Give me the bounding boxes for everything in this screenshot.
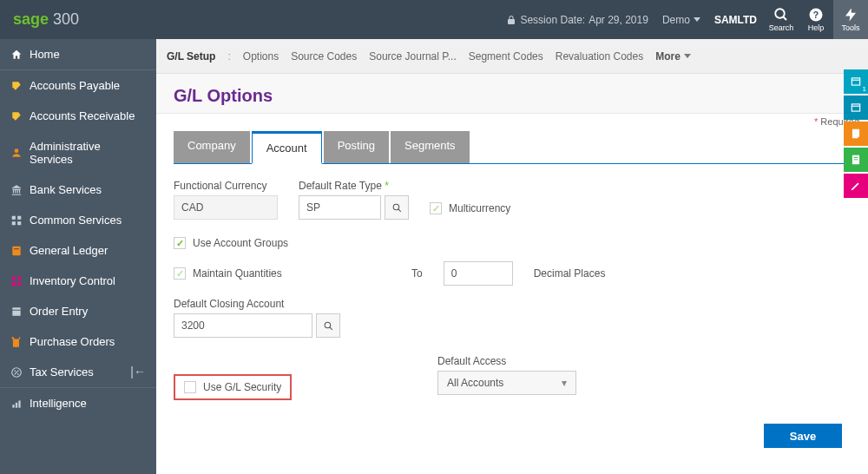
window-icon-2 (850, 102, 862, 114)
side-tabs: 1 (844, 69, 868, 198)
sidebar-item-admin[interactable]: Administrative Services (0, 131, 156, 174)
decimal-places-label: Decimal Places (534, 267, 606, 280)
page-title: G/L Options (174, 86, 851, 106)
window-icon (850, 76, 862, 88)
to-field[interactable] (444, 261, 513, 286)
tabs: Company Account Posting Segments (174, 131, 851, 164)
use-gl-security-label: Use G/L Security (203, 381, 281, 393)
svg-point-24 (393, 204, 399, 210)
company-menu[interactable]: Demo (655, 14, 707, 26)
tab-segments[interactable]: Segments (391, 131, 470, 163)
inventory-icon (10, 275, 23, 287)
sidebar-item-label: Accounts Receivable (30, 109, 135, 122)
company-code[interactable]: SAMLTD (707, 14, 764, 26)
page-header: G/L Options * Required (156, 74, 868, 114)
sidebar-item-ar[interactable]: Accounts Receivable (0, 101, 156, 131)
svg-point-12 (14, 370, 16, 372)
breadcrumb-source-journal[interactable]: Source Journal P... (369, 50, 457, 63)
svg-rect-6 (17, 215, 21, 219)
main: G/L Setup : Options Source Codes Source … (156, 39, 868, 474)
sidebar-item-bank[interactable]: Bank Services (0, 174, 156, 205)
sidebar-collapse-button[interactable]: |← (130, 365, 146, 379)
caret-down-icon (684, 54, 691, 58)
svg-rect-10 (14, 248, 19, 249)
tab-posting[interactable]: Posting (324, 131, 389, 163)
note-icon (850, 128, 862, 140)
use-account-groups-checkbox[interactable] (174, 237, 186, 249)
svg-line-25 (398, 208, 400, 211)
common-icon (10, 214, 23, 227)
svg-rect-23 (854, 159, 858, 160)
sidebar-item-po[interactable]: Purchase Orders (0, 326, 156, 357)
default-closing-account-finder[interactable] (316, 313, 340, 338)
search-label: Search (769, 23, 794, 32)
search-icon (323, 320, 334, 332)
use-gl-security-checkbox[interactable] (184, 381, 196, 393)
svg-line-1 (783, 16, 786, 20)
sidebar-item-ap[interactable]: Accounts Payable (0, 70, 156, 101)
breadcrumb-segment-codes[interactable]: Segment Codes (469, 50, 543, 63)
sidebar-item-label: Accounts Payable (30, 79, 120, 92)
help-label: Help (808, 23, 825, 32)
to-label: To (411, 267, 423, 280)
breadcrumb-revaluation[interactable]: Revaluation Codes (556, 50, 643, 63)
tools-button[interactable]: Tools (833, 0, 868, 39)
intelligence-icon (10, 398, 23, 410)
side-tab-badge: 1 (863, 85, 866, 93)
help-button[interactable]: ? Help (799, 0, 833, 39)
side-tab-3[interactable] (844, 122, 868, 146)
breadcrumb-source-codes[interactable]: Source Codes (291, 50, 357, 63)
sidebar-item-label: Intelligence (30, 397, 87, 410)
logo-sage: sage (13, 10, 49, 28)
breadcrumb-more[interactable]: More (655, 50, 691, 63)
side-tab-1[interactable]: 1 (844, 69, 868, 94)
sidebar-item-label: Order Entry (30, 305, 88, 318)
svg-rect-5 (12, 215, 16, 219)
side-tab-5[interactable] (844, 174, 868, 198)
session-label: Session Date: (520, 14, 585, 26)
default-access-dropdown[interactable]: All Accounts ▾ (437, 371, 576, 395)
default-closing-account-field[interactable] (174, 313, 312, 338)
side-tab-4[interactable] (844, 148, 868, 172)
svg-point-13 (17, 372, 19, 374)
maintain-quantities-checkbox (174, 267, 186, 280)
tab-account[interactable]: Account (252, 131, 322, 164)
side-tab-2[interactable] (844, 95, 868, 120)
logo[interactable]: sage 300 (0, 10, 92, 29)
help-icon: ? (808, 7, 824, 23)
purchase-icon (10, 336, 23, 348)
svg-line-27 (329, 326, 332, 329)
content: Company Account Posting Segments Functio… (156, 114, 868, 400)
lock-icon (506, 15, 516, 25)
sidebar-home[interactable]: Home (0, 39, 156, 69)
tools-label: Tools (841, 23, 859, 32)
save-button[interactable]: Save (764, 424, 842, 448)
topbar: sage 300 Session Date: Apr 29, 2019 Demo… (0, 0, 868, 39)
multicurrency-label: Multicurrency (449, 202, 510, 214)
sidebar-item-inventory[interactable]: Inventory Control (0, 266, 156, 296)
sidebar-item-common[interactable]: Common Services (0, 205, 156, 235)
sidebar-item-oe[interactable]: Order Entry (0, 296, 156, 326)
svg-rect-19 (852, 104, 859, 111)
default-rate-type-label: Default Rate Type * (299, 180, 409, 192)
functional-currency-field (174, 195, 278, 220)
breadcrumb-options[interactable]: Options (243, 50, 279, 63)
use-account-groups-label: Use Account Groups (193, 237, 288, 249)
search-button[interactable]: Search (764, 0, 799, 39)
receivable-icon (10, 110, 23, 122)
svg-rect-17 (852, 78, 859, 85)
tab-company[interactable]: Company (174, 131, 250, 163)
sidebar-item-gl[interactable]: General Ledger (0, 235, 156, 266)
default-rate-type-finder[interactable] (385, 195, 409, 220)
admin-icon (10, 147, 23, 159)
search-icon (391, 202, 403, 214)
multicurrency-checkbox (430, 202, 442, 214)
svg-point-4 (15, 148, 19, 153)
gl-security-highlight: Use G/L Security (174, 374, 292, 400)
sidebar-item-intelligence[interactable]: Intelligence (0, 388, 156, 418)
sidebar-item-label: Common Services (30, 214, 122, 227)
default-rate-type-field[interactable] (299, 195, 381, 220)
default-access-label: Default Access (437, 355, 576, 367)
sidebar-item-label: Purchase Orders (30, 335, 115, 348)
sidebar-item-label: General Ledger (30, 244, 108, 257)
